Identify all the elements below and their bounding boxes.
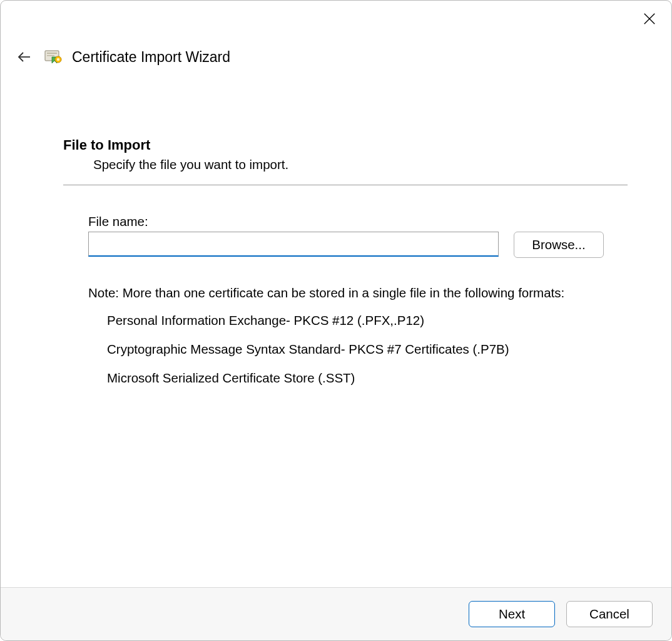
wizard-window: Certificate Import Wizard File to Import… — [0, 0, 672, 641]
section-title: File to Import — [63, 137, 628, 153]
file-name-label: File name: — [88, 214, 628, 229]
certificate-wizard-icon — [43, 48, 63, 66]
browse-button[interactable]: Browse... — [514, 232, 604, 258]
file-name-input[interactable] — [88, 232, 499, 257]
close-icon — [643, 12, 656, 26]
back-button[interactable] — [14, 47, 34, 67]
next-button[interactable]: Next — [469, 601, 555, 627]
format-item: Cryptographic Message Syntax Standard- P… — [107, 342, 628, 357]
wizard-title: Certificate Import Wizard — [72, 49, 230, 66]
content-area: File to Import Specify the file you want… — [1, 67, 671, 587]
footer: Next Cancel — [1, 587, 671, 640]
cancel-button[interactable]: Cancel — [566, 601, 653, 627]
format-list: Personal Information Exchange- PKCS #12 … — [107, 313, 628, 386]
form-area: File name: Browse... Note: More than one… — [88, 214, 628, 399]
back-arrow-icon — [17, 49, 32, 64]
close-button[interactable] — [641, 11, 658, 27]
svg-point-7 — [57, 58, 59, 61]
note-text: Note: More than one certificate can be s… — [88, 285, 628, 300]
input-row: Browse... — [88, 232, 628, 258]
format-item: Microsoft Serialized Certificate Store (… — [107, 371, 628, 386]
svg-rect-4 — [47, 53, 57, 54]
header: Certificate Import Wizard — [1, 1, 671, 67]
svg-rect-5 — [47, 55, 54, 56]
divider — [63, 185, 628, 185]
section-subtitle: Specify the file you want to import. — [93, 157, 628, 172]
format-item: Personal Information Exchange- PKCS #12 … — [107, 313, 628, 328]
